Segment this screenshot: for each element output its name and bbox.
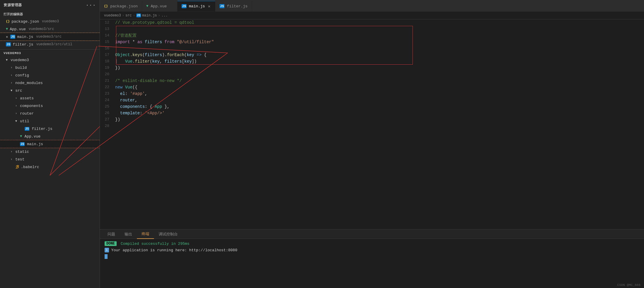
open-editor-app-vue[interactable]: ▼ App.vue vuedemo3/src — [0, 25, 100, 33]
terminal-cursor-badge: i — [105, 248, 109, 252]
tab-debug-console[interactable]: 调试控制台 — [154, 230, 182, 239]
tree-item-src[interactable]: ▼ src — [0, 87, 100, 94]
open-editors-section: 打开的编辑器 {} package.json vuedemo3 ▼ App.vu… — [0, 10, 100, 50]
folder-name: components — [20, 104, 43, 108]
tree-item-static[interactable]: › static — [0, 148, 100, 155]
panel-tab-bar: 问题 输出 终端 调试控制台 — [100, 230, 644, 239]
tree-item-main-js[interactable]: JS main.js — [0, 140, 100, 148]
js-icon: JS — [182, 4, 187, 8]
breadcrumb-separator: › — [122, 14, 124, 18]
tab-app-vue[interactable]: ▼ App.vue — [142, 1, 177, 11]
line-content: template: '<App/>' — [114, 110, 644, 116]
tab-close-button[interactable]: ✕ — [207, 3, 211, 9]
file-name: main.js — [27, 142, 43, 146]
open-editor-path: vuedemo3/src — [36, 35, 61, 39]
line-number: 19 — [100, 65, 114, 71]
tree-item-util[interactable]: ▼ util — [0, 117, 100, 125]
terminal-cursor-line — [105, 254, 639, 259]
file-name: filter.js — [32, 127, 52, 131]
tree-item-assets[interactable]: › assets — [0, 94, 100, 102]
js-icon: JS — [136, 14, 141, 17]
line-number: 26 — [100, 110, 114, 116]
line-number: 12 — [100, 19, 114, 26]
breadcrumb-separator: › — [133, 14, 135, 18]
file-name: App.vue — [24, 134, 41, 139]
code-line-27: 27 }) — [100, 116, 644, 123]
tree-item-components[interactable]: › components — [0, 102, 100, 110]
tree-item-babelrc[interactable]: ℬ .babelrc — [0, 163, 100, 171]
line-number: 17 — [100, 52, 114, 58]
main-area: {} package.json ▼ App.vue JS main.js ✕ J… — [100, 0, 644, 288]
tree-item-router[interactable]: › router — [0, 110, 100, 117]
line-content: /* eslint-disable no-new */ — [114, 78, 644, 84]
folder-name: test — [15, 157, 24, 162]
folder-name: node_modules — [15, 81, 43, 85]
line-number: 15 — [100, 39, 114, 45]
tab-main-js[interactable]: JS main.js ✕ — [177, 1, 215, 11]
terminal-run-line: i Your application is running here: http… — [105, 248, 639, 252]
breadcrumb-ellipsis: ... — [161, 14, 168, 18]
line-content: }) — [114, 65, 644, 71]
breadcrumb-part[interactable]: main.js — [142, 14, 157, 18]
open-editor-main-js[interactable]: ✕ JS main.js vuedemo3/src — [0, 33, 100, 41]
run-message: Your application is running here: http:/… — [111, 248, 237, 252]
code-line-14: 14 //管道配置 — [100, 32, 644, 39]
open-editor-name: filter.js — [13, 42, 33, 47]
line-number: 13 — [100, 26, 114, 32]
vue-icon: ▼ — [146, 4, 148, 8]
close-icon[interactable]: ✕ — [6, 35, 8, 39]
open-editor-path: vuedemo3/src — [29, 27, 54, 31]
tab-label: App.vue — [151, 4, 167, 9]
chevron-down-icon: ▼ — [15, 120, 19, 123]
tree-item-config[interactable]: › config — [0, 71, 100, 79]
js-icon: JS — [219, 4, 224, 8]
tree-item-filter-js[interactable]: JS filter.js — [0, 125, 100, 133]
breadcrumb-part[interactable]: vuedemo3 — [104, 14, 121, 18]
json-icon: {} — [6, 20, 10, 23]
line-number: 28 — [100, 123, 114, 129]
sidebar-menu-button[interactable]: ··· — [86, 3, 96, 8]
tab-filter-js[interactable]: JS filter.js — [215, 1, 252, 11]
breadcrumb-part[interactable]: src — [125, 14, 132, 18]
panel-content: DONE Compiled successfully in 295ms i Yo… — [100, 239, 644, 288]
code-line-18: 18 | Vue.filter(key, filters[key]) — [100, 58, 644, 65]
open-editor-package-json[interactable]: {} package.json vuedemo3 — [0, 18, 100, 25]
tree-item-test[interactable]: › test — [0, 155, 100, 163]
sidebar: 资源管理器 ··· 打开的编辑器 {} package.json vuedemo… — [0, 0, 100, 288]
tree-item-build[interactable]: › build — [0, 64, 100, 71]
terminal-compile-line: DONE Compiled successfully in 295ms — [105, 241, 639, 246]
chevron-down-icon: ▼ — [6, 58, 9, 62]
tab-output[interactable]: 输出 — [120, 230, 137, 239]
line-content: //管道配置 — [114, 32, 644, 39]
code-line-13: 13 — [100, 26, 644, 32]
open-editor-filter-js[interactable]: JS filter.js vuedemo3/src/util — [0, 41, 100, 48]
tab-bar: {} package.json ▼ App.vue JS main.js ✕ J… — [100, 0, 644, 12]
chevron-right-icon: › — [11, 74, 14, 77]
folder-name: static — [15, 150, 29, 154]
line-number: 20 — [100, 71, 114, 78]
compile-message: Compiled successfully in 295ms — [121, 242, 189, 246]
vue-icon: ▼ — [6, 27, 8, 31]
tab-terminal[interactable]: 终端 — [137, 230, 154, 239]
line-number: 25 — [100, 103, 114, 110]
line-number: 14 — [100, 32, 114, 39]
open-editor-name: package.json — [11, 19, 39, 24]
code-line-25: 25 components: { App }, — [100, 103, 644, 110]
watermark: CSDN @MC_666 — [617, 283, 640, 287]
tree-item-node-modules[interactable]: › node_modules — [0, 79, 100, 87]
tab-label: package.json — [110, 4, 138, 9]
line-content: router, — [114, 97, 644, 103]
tree-item-app-vue[interactable]: ▼ App.vue — [0, 133, 100, 140]
tab-package-json[interactable]: {} package.json — [100, 1, 142, 11]
js-icon: JS — [20, 142, 25, 146]
sidebar-title: 资源管理器 — [4, 3, 22, 8]
line-number: 16 — [100, 45, 114, 52]
folder-name: assets — [20, 96, 34, 101]
tab-label: main.js — [189, 4, 205, 9]
folder-name: build — [15, 66, 27, 70]
code-editor[interactable]: 12 // Vue.prototype.qdtool = qdtool 13 1… — [100, 19, 644, 229]
code-line-21: 21 /* eslint-disable no-new */ — [100, 78, 644, 84]
tab-problems[interactable]: 问题 — [103, 230, 120, 239]
tree-item-vuedemo3[interactable]: ▼ vuedemo3 — [0, 56, 100, 64]
chevron-down-icon: ▼ — [11, 89, 14, 92]
